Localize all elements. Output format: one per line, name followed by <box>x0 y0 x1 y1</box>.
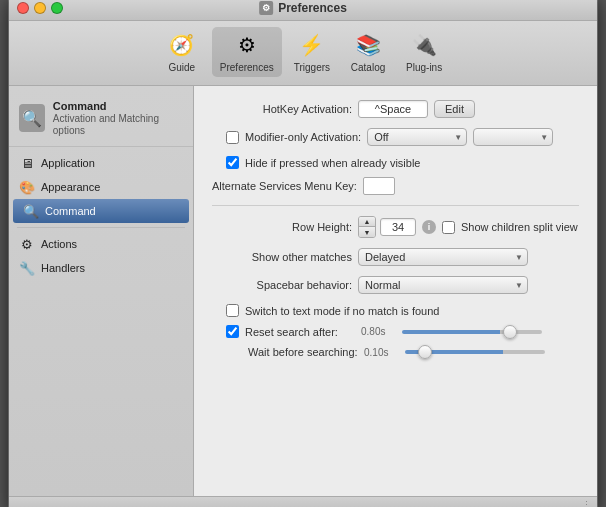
preferences-icon: ⚙ <box>233 31 261 59</box>
row-height-up[interactable]: ▲ <box>359 217 375 227</box>
close-button[interactable] <box>17 2 29 14</box>
switch-text-row: Switch to text mode if no match is found <box>226 304 579 317</box>
application-icon: 🖥 <box>19 155 35 171</box>
hotkey-label: HotKey Activation: <box>212 103 352 115</box>
bottom-bar: ⋮ <box>9 496 597 507</box>
modifier-checkbox[interactable] <box>226 131 239 144</box>
actions-icon: ⚙ <box>19 236 35 252</box>
switch-text-checkbox[interactable] <box>226 304 239 317</box>
toolbar-triggers[interactable]: ⚡ Triggers <box>286 27 338 77</box>
handlers-icon: 🔧 <box>19 260 35 276</box>
reset-search-checkbox[interactable] <box>226 325 239 338</box>
divider1 <box>212 205 579 206</box>
wait-search-row: Wait before searching: 0.10s <box>226 346 579 358</box>
resize-handle[interactable]: ⋮ <box>582 500 591 508</box>
toolbar-preferences[interactable]: ⚙ Preferences <box>212 27 282 77</box>
row-height-input[interactable] <box>380 218 416 236</box>
catalog-icon: 📚 <box>354 31 382 59</box>
preferences-window: ⚙ Preferences 🧭 Guide ⚙ Preferences ⚡ Tr… <box>8 0 598 507</box>
reset-value: 0.80s <box>361 326 396 337</box>
row-height-down[interactable]: ▼ <box>359 227 375 237</box>
maximize-button[interactable] <box>51 2 63 14</box>
info-icon[interactable]: i <box>422 220 436 234</box>
wait-label: Wait before searching: <box>248 346 358 358</box>
hide-label: Hide if pressed when already visible <box>245 157 420 169</box>
modifier-select-wrapper: Off On <box>367 128 467 146</box>
hotkey-row: HotKey Activation: ^Space Edit <box>212 100 579 118</box>
show-other-select-wrapper: Delayed Immediately Never <box>358 248 528 266</box>
titlebar-icon: ⚙ <box>259 1 273 15</box>
sidebar-item-actions[interactable]: ⚙ Actions <box>9 232 193 256</box>
row-height-stepper: ▲ ▼ <box>358 216 376 238</box>
modifier-select2[interactable] <box>473 128 553 146</box>
sidebar-divider <box>17 227 185 228</box>
toolbar-plugins[interactable]: 🔌 Plug-ins <box>398 27 450 77</box>
show-children-label: Show children split view <box>461 221 578 233</box>
show-other-row: Show other matches Delayed Immediately N… <box>212 248 579 266</box>
triggers-icon: ⚡ <box>298 31 326 59</box>
spacebar-label: Spacebar behavior: <box>212 279 352 291</box>
reset-search-row: Reset search after: 0.80s <box>226 325 579 338</box>
alt-services-label: Alternate Services Menu Key: <box>212 180 357 192</box>
toolbar-catalog[interactable]: 📚 Catalog <box>342 27 394 77</box>
traffic-lights <box>17 2 63 14</box>
modifier-select[interactable]: Off On <box>367 128 467 146</box>
content-area: HotKey Activation: ^Space Edit Modifier-… <box>194 86 597 496</box>
modifier-label: Modifier-only Activation: <box>245 131 361 143</box>
window-title: ⚙ Preferences <box>259 1 347 15</box>
alt-services-input[interactable] <box>363 177 395 195</box>
hide-row: Hide if pressed when already visible <box>226 156 579 169</box>
sidebar-item-command[interactable]: 🔍 Command <box>13 199 189 223</box>
spacebar-select-wrapper: Normal Select Nothing <box>358 276 528 294</box>
reset-label: Reset search after: <box>245 326 355 338</box>
row-height-row: Row Height: ▲ ▼ i Show children split vi… <box>212 216 579 238</box>
sidebar-item-appearance[interactable]: 🎨 Appearance <box>9 175 193 199</box>
sidebar-item-application[interactable]: 🖥 Application <box>9 151 193 175</box>
wait-slider[interactable] <box>405 350 545 354</box>
modifier-row: Modifier-only Activation: Off On <box>212 128 579 146</box>
modifier-select2-wrapper <box>473 128 553 146</box>
toolbar-guide[interactable]: 🧭 Guide <box>156 27 208 77</box>
minimize-button[interactable] <box>34 2 46 14</box>
sidebar: 🔍 Command Activation and Matching option… <box>9 86 194 496</box>
edit-button[interactable]: Edit <box>434 100 475 118</box>
hotkey-display: ^Space <box>358 100 428 118</box>
alt-services-row: Alternate Services Menu Key: <box>212 177 579 195</box>
show-other-select[interactable]: Delayed Immediately Never <box>358 248 528 266</box>
titlebar: ⚙ Preferences <box>9 0 597 21</box>
spacebar-select[interactable]: Normal Select Nothing <box>358 276 528 294</box>
spacebar-row: Spacebar behavior: Normal Select Nothing <box>212 276 579 294</box>
switch-text-label: Switch to text mode if no match is found <box>245 305 439 317</box>
command-icon: 🔍 <box>23 203 39 219</box>
sidebar-item-handlers[interactable]: 🔧 Handlers <box>9 256 193 280</box>
wait-value: 0.10s <box>364 347 399 358</box>
toolbar: 🧭 Guide ⚙ Preferences ⚡ Triggers 📚 Catal… <box>9 21 597 86</box>
guide-icon: 🧭 <box>168 31 196 59</box>
main-area: 🔍 Command Activation and Matching option… <box>9 86 597 496</box>
reset-slider[interactable] <box>402 330 542 334</box>
appearance-icon: 🎨 <box>19 179 35 195</box>
sidebar-header-text: Command Activation and Matching options <box>53 100 183 136</box>
show-children-checkbox[interactable] <box>442 221 455 234</box>
show-other-label: Show other matches <box>212 251 352 263</box>
sidebar-header-icon: 🔍 <box>19 104 45 132</box>
sidebar-header: 🔍 Command Activation and Matching option… <box>9 94 193 147</box>
row-height-stepper-group: ▲ ▼ <box>358 216 416 238</box>
plugins-icon: 🔌 <box>410 31 438 59</box>
row-height-label: Row Height: <box>212 221 352 233</box>
hide-checkbox[interactable] <box>226 156 239 169</box>
